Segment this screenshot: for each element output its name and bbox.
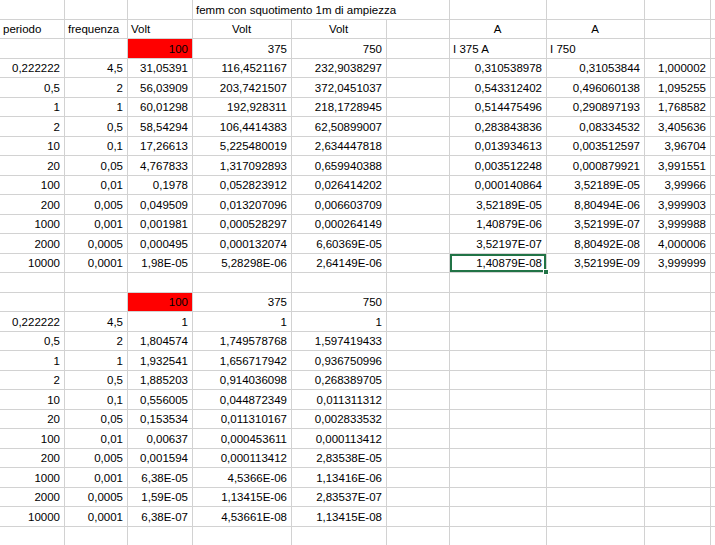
cell-D5[interactable]: 203,7421507 [193,78,292,98]
cell-A17[interactable]: 0,222222 [0,312,65,332]
cell-A27[interactable]: 10000 [0,507,65,527]
cell-D10[interactable]: 0,052823912 [193,176,292,196]
cell-I15[interactable] [645,273,711,293]
cell-H15[interactable] [547,273,645,293]
cell-A12[interactable]: 1000 [0,215,65,235]
cell-E23[interactable]: 0,000113412 [292,429,387,449]
cell-F22[interactable] [387,410,450,430]
cell-I6[interactable]: 1,768582 [645,98,711,118]
cell-D12[interactable]: 0,000528297 [193,215,292,235]
cell-F16[interactable] [387,293,450,313]
cell-A18[interactable]: 0,5 [0,332,65,352]
cell-E4[interactable]: 232,9038297 [292,59,387,79]
cell-I25[interactable] [645,468,711,488]
cell-A15[interactable] [0,273,65,293]
cell-A19[interactable]: 1 [0,351,65,371]
cell-H28[interactable] [547,527,645,545]
cell-B28[interactable] [65,527,128,545]
cell-F13[interactable] [387,234,450,254]
cell-D8[interactable]: 5,225480019 [193,137,292,157]
cell-C21[interactable]: 0,556005 [128,390,193,410]
cell-G1[interactable] [450,0,547,20]
cell-E27[interactable]: 1,13415E-08 [292,507,387,527]
cell-E6[interactable]: 218,1728945 [292,98,387,118]
cell-E8[interactable]: 2,634447818 [292,137,387,157]
cell-E5[interactable]: 372,0451037 [292,78,387,98]
cell-C25[interactable]: 6,38E-05 [128,468,193,488]
highlighted-cell-C3[interactable]: 100 [128,39,193,59]
cell-C19[interactable]: 1,932541 [128,351,193,371]
cell-B27[interactable]: 0,0001 [65,507,128,527]
cell-B5[interactable]: 2 [65,78,128,98]
cell-H1[interactable] [547,0,645,20]
cell-C11[interactable]: 0,049509 [128,195,193,215]
column-header-cell-C[interactable]: Volt [128,20,193,40]
cell-A7[interactable]: 2 [0,117,65,137]
cell-E22[interactable]: 0,002833532 [292,410,387,430]
cell-F28[interactable] [387,527,450,545]
cell-C23[interactable]: 0,00637 [128,429,193,449]
cell-C5[interactable]: 56,03909 [128,78,193,98]
cell-I16[interactable] [645,293,711,313]
cell-H12[interactable]: 3,52199E-07 [547,215,645,235]
cell-E26[interactable]: 2,83537E-07 [292,488,387,508]
cell-I2[interactable] [645,20,711,40]
cell-I4[interactable]: 1,000002 [645,59,711,79]
cell-G9[interactable]: 0,003512248 [450,156,547,176]
highlighted-cell-C16[interactable]: 100 [128,293,193,313]
cell-C27[interactable]: 6,38E-07 [128,507,193,527]
cell-A13[interactable]: 2000 [0,234,65,254]
cell-I9[interactable]: 3,991551 [645,156,711,176]
cell-B9[interactable]: 0,05 [65,156,128,176]
cell-C12[interactable]: 0,001981 [128,215,193,235]
cell-C10[interactable]: 0,1978 [128,176,193,196]
cell-F17[interactable] [387,312,450,332]
cell-C24[interactable]: 0,001594 [128,449,193,469]
cell-F26[interactable] [387,488,450,508]
cell-G28[interactable] [450,527,547,545]
cell-G17[interactable] [450,312,547,332]
cell-D3[interactable]: 375 [193,39,292,59]
cell-B11[interactable]: 0,005 [65,195,128,215]
cell-C8[interactable]: 17,26613 [128,137,193,157]
selection-fill-handle[interactable] [543,269,549,275]
cell-D23[interactable]: 0,000453611 [193,429,292,449]
cell-C13[interactable]: 0,000495 [128,234,193,254]
cell-D27[interactable]: 4,53661E-08 [193,507,292,527]
cell-B19[interactable]: 1 [65,351,128,371]
cell-C1[interactable] [128,0,193,20]
cell-D16[interactable]: 375 [193,293,292,313]
cell-B12[interactable]: 0,001 [65,215,128,235]
cell-G15[interactable] [450,273,547,293]
cell-E9[interactable]: 0,659940388 [292,156,387,176]
cell-I8[interactable]: 3,96704 [645,137,711,157]
cell-B23[interactable]: 0,01 [65,429,128,449]
cell-B15[interactable] [65,273,128,293]
cell-D25[interactable]: 4,5366E-06 [193,468,292,488]
cell-C20[interactable]: 1,885203 [128,371,193,391]
cell-H16[interactable] [547,293,645,313]
cell-B13[interactable]: 0,0005 [65,234,128,254]
cell-H4[interactable]: 0,31053844 [547,59,645,79]
cell-E18[interactable]: 1,597419433 [292,332,387,352]
cell-A11[interactable]: 200 [0,195,65,215]
cell-G27[interactable] [450,507,547,527]
cell-A20[interactable]: 2 [0,371,65,391]
cell-H27[interactable] [547,507,645,527]
cell-G13[interactable]: 3,52197E-07 [450,234,547,254]
cell-G23[interactable] [450,429,547,449]
cell-C22[interactable]: 0,153534 [128,410,193,430]
cell-H14[interactable]: 3,52199E-09 [547,254,645,274]
cell-F23[interactable] [387,429,450,449]
cell-I20[interactable] [645,371,711,391]
cell-I3[interactable] [645,39,711,59]
cell-I24[interactable] [645,449,711,469]
cell-D20[interactable]: 0,914036098 [193,371,292,391]
cell-H11[interactable]: 8,80494E-06 [547,195,645,215]
cell-D18[interactable]: 1,749578768 [193,332,292,352]
cell-B8[interactable]: 0,1 [65,137,128,157]
cell-G18[interactable] [450,332,547,352]
column-header-cell-A[interactable]: periodo [0,20,65,40]
cell-F4[interactable] [387,59,450,79]
cell-H24[interactable] [547,449,645,469]
